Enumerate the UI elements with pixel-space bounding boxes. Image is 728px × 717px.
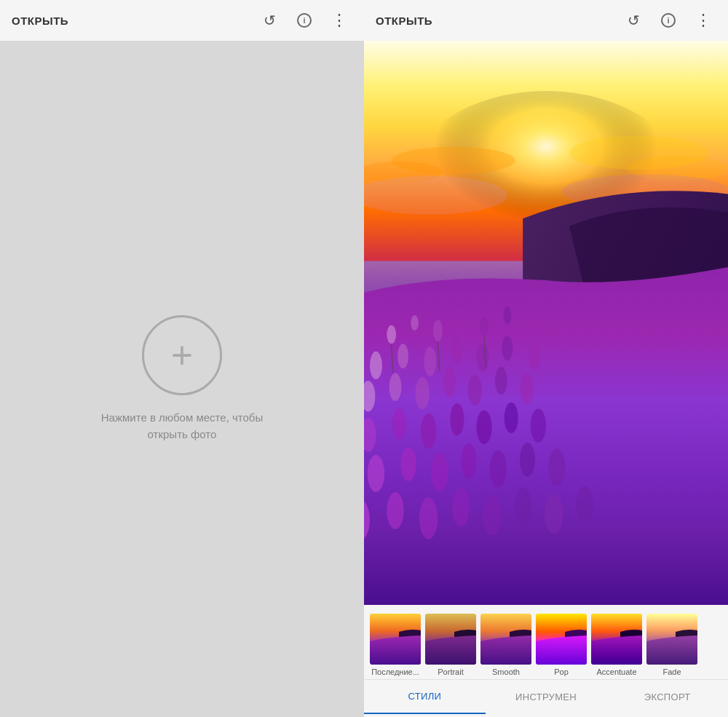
svg-point-16 [370, 352, 382, 379]
svg-point-51 [576, 486, 593, 523]
svg-point-46 [419, 497, 438, 539]
right-top-bar: ОТКРЫТЬ ↺ i ⋮ [364, 0, 728, 41]
filter-label-portrait: Portrait [438, 668, 463, 676]
svg-point-40 [461, 443, 476, 479]
filter-label-normal: Последние... [371, 668, 419, 676]
svg-point-9 [387, 325, 396, 344]
svg-point-22 [529, 342, 541, 370]
left-top-bar: ОТКРЫТЬ ↺ i ⋮ [0, 0, 364, 41]
filter-thumb-portrait [425, 614, 476, 665]
right-rotate-icon: ↺ [628, 12, 640, 29]
left-info-button[interactable]: i [291, 7, 317, 33]
svg-point-10 [411, 315, 419, 330]
right-panel: ОТКРЫТЬ ↺ i ⋮ [364, 0, 728, 717]
svg-point-19 [451, 337, 462, 363]
svg-point-15 [526, 314, 535, 336]
svg-point-24 [389, 373, 401, 401]
left-content-area[interactable]: + Нажмите в любом месте, чтобы открыть ф… [0, 41, 364, 717]
tab-export[interactable]: ЭКСПОРТ [606, 680, 728, 714]
svg-point-45 [387, 492, 403, 529]
right-info-icon: i [661, 13, 676, 28]
left-panel: ОТКРЫТЬ ↺ i ⋮ + Нажмите в любом месте, ч… [0, 0, 364, 717]
right-rotate-button[interactable]: ↺ [620, 7, 646, 33]
plus-icon: + [171, 336, 193, 374]
filter-item-fade[interactable]: Fade [646, 614, 697, 676]
add-photo-button[interactable]: + [142, 315, 222, 395]
svg-point-32 [421, 413, 436, 449]
svg-point-36 [531, 408, 546, 443]
filter-label-smooth: Smooth [492, 668, 520, 676]
photo-canvas [364, 41, 728, 605]
svg-point-35 [505, 403, 518, 433]
svg-point-31 [392, 408, 406, 439]
svg-point-28 [495, 367, 507, 395]
left-info-icon: i [297, 13, 312, 28]
tab-tools[interactable]: ИНСТРУМЕН [486, 680, 607, 714]
filter-item-normal[interactable]: Последние... [370, 614, 421, 676]
svg-point-26 [443, 368, 456, 397]
hint-text: Нажмите в любом месте, чтобы открыть фот… [80, 410, 284, 443]
svg-point-48 [483, 495, 501, 535]
svg-point-39 [431, 453, 448, 491]
left-title: ОТКРЫТЬ [12, 15, 248, 27]
filter-label-accentuate: Accentuate [596, 668, 636, 676]
filter-thumb-accentuate [591, 614, 642, 665]
bottom-area: Последние... Portrait [364, 605, 728, 717]
svg-point-41 [490, 451, 507, 488]
svg-point-21 [502, 336, 513, 361]
svg-point-20 [476, 344, 488, 371]
tab-styles[interactable]: СТИЛИ [364, 680, 486, 714]
svg-point-11 [433, 320, 443, 341]
filter-item-accentuate[interactable]: Accentuate [591, 614, 642, 676]
photo-svg [364, 41, 728, 605]
filter-item-smooth[interactable]: Smooth [480, 614, 531, 676]
svg-point-12 [456, 307, 467, 330]
photo-display-area [364, 41, 728, 605]
right-title: ОТКРЫТЬ [376, 15, 612, 27]
left-rotate-icon: ↺ [264, 12, 276, 29]
filter-row: Последние... Portrait [364, 605, 728, 679]
svg-point-43 [548, 449, 565, 486]
svg-point-13 [480, 317, 489, 337]
right-more-icon: ⋮ [695, 11, 712, 30]
svg-point-37 [368, 455, 384, 492]
left-rotate-button[interactable]: ↺ [256, 7, 282, 33]
right-info-button[interactable]: i [655, 7, 681, 33]
left-more-button[interactable]: ⋮ [326, 7, 352, 33]
left-more-icon: ⋮ [331, 11, 348, 30]
svg-point-42 [520, 443, 535, 477]
filter-label-fade: Fade [662, 668, 681, 676]
svg-point-18 [424, 346, 436, 376]
filter-item-portrait[interactable]: Portrait [425, 614, 476, 676]
filter-thumb-smooth [480, 614, 531, 665]
svg-point-47 [453, 488, 470, 527]
svg-point-50 [545, 494, 563, 534]
svg-point-34 [476, 410, 491, 444]
filter-label-pop: Pop [554, 668, 569, 676]
svg-point-38 [400, 447, 416, 481]
filter-item-pop[interactable]: Pop [536, 614, 587, 676]
svg-point-25 [416, 377, 430, 410]
svg-point-27 [468, 375, 482, 405]
filter-thumb-normal [370, 614, 421, 665]
svg-point-49 [514, 488, 531, 525]
filter-thumb-pop [536, 614, 587, 665]
svg-point-29 [520, 373, 534, 404]
svg-point-33 [450, 403, 464, 436]
filter-thumb-fade [646, 614, 697, 665]
svg-point-14 [504, 306, 512, 324]
svg-point-17 [397, 344, 408, 368]
right-more-button[interactable]: ⋮ [690, 7, 716, 33]
bottom-tabs: СТИЛИИНСТРУМЕНЭКСПОРТ [364, 679, 728, 714]
